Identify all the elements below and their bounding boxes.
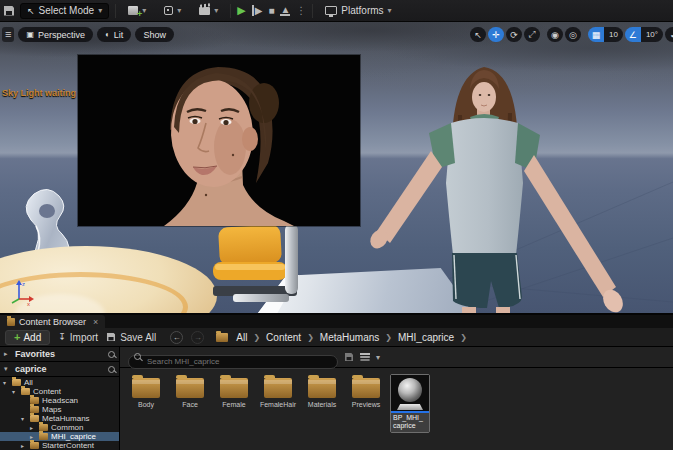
blueprint-icon (164, 6, 173, 15)
tree-arrow-icon: ▸ (30, 424, 36, 431)
tree-label: All (24, 378, 33, 387)
level-viewport[interactable]: Sky Light waiting on Shader (0, 22, 673, 313)
cinematics-dropdown[interactable]: ▾ (193, 4, 224, 17)
folder-tile-female[interactable]: Female (214, 374, 254, 409)
asset-bp-mhi-caprice[interactable]: BP_MHI_ caprice (390, 374, 430, 433)
save-icon (107, 333, 116, 342)
play-options-icon[interactable]: ⋮ (296, 5, 306, 16)
folder-tile-previews[interactable]: Previews (346, 374, 386, 409)
back-button[interactable]: ← (170, 331, 183, 344)
show-button[interactable]: Show (135, 27, 174, 42)
tree-arrow-icon: ▾ (21, 415, 27, 422)
rotation-snap-control[interactable]: ∠ 10° (625, 27, 663, 42)
breadcrumb-item[interactable]: Content (266, 332, 301, 343)
breadcrumb-item[interactable]: MetaHumans (320, 332, 379, 343)
content-browser-assets: ▾ BodyFaceFemaleFemaleHairMaterialsPrevi… (120, 347, 673, 450)
source-header[interactable]: ▾ caprice (0, 362, 119, 377)
main-toolbar: ↖ Select Mode ▾ ▾ ▾ ▾ ▶ ▶ ■ ▲ ⋮ Platform… (0, 0, 673, 22)
content-browser-tab[interactable]: Content Browser × (0, 315, 105, 328)
forward-button[interactable]: → (191, 331, 204, 344)
tree-item-headscan[interactable]: Headscan (0, 396, 119, 405)
folder-icon (39, 424, 48, 431)
tree-item-all[interactable]: ▾All (0, 378, 119, 387)
viewport-toolbar-right: ↖ ✛ ⟳ ⤢ ◉ ◎ ▦ 10 ∠ 10° ◒ (470, 27, 673, 42)
platforms-dropdown[interactable]: Platforms ▾ (319, 3, 397, 18)
tree-arrow-icon: ▾ (3, 379, 9, 386)
chevron-down-icon: ▾ (388, 6, 392, 15)
lit-button[interactable]: ◐ Lit (97, 27, 131, 42)
select-tool-icon[interactable]: ↖ (470, 27, 486, 42)
toolbar-separator (230, 4, 231, 18)
import-icon: ↧ (58, 332, 66, 342)
search-input[interactable] (128, 355, 338, 369)
scale-tool-icon[interactable]: ⤢ (524, 27, 540, 42)
save-level-icon[interactable] (4, 6, 14, 16)
import-button[interactable]: ↧ Import (58, 332, 98, 343)
skip-button[interactable]: ▶ (252, 5, 263, 16)
camera-speed-icon[interactable]: ◒ (665, 27, 673, 42)
chair[interactable] (203, 224, 315, 313)
svg-text:z: z (22, 281, 25, 287)
chevron-down-icon: ▾ (98, 6, 102, 15)
perspective-icon: ▣ (26, 30, 34, 39)
tree-item-maps[interactable]: Maps (0, 405, 119, 414)
add-button[interactable]: + Add (5, 330, 50, 345)
breadcrumb-separator-icon: ❯ (307, 333, 314, 342)
move-tool-icon[interactable]: ✛ (488, 27, 504, 42)
folder-icon (21, 388, 30, 395)
folder-icon (39, 433, 48, 440)
filter-sort-icon[interactable] (360, 353, 370, 361)
tree-item-content[interactable]: ▾Content (0, 387, 119, 396)
tree-label: StarterContent (42, 441, 94, 450)
tree-item-metahumans[interactable]: ▾MetaHumans (0, 414, 119, 423)
blueprints-dropdown[interactable]: ▾ (158, 4, 187, 17)
asset-search[interactable] (128, 350, 338, 364)
perspective-button[interactable]: ▣ Perspective (18, 27, 93, 42)
viewport-menu-icon[interactable]: ≡ (2, 27, 14, 42)
folder-icon (30, 397, 39, 404)
folder-icon (308, 378, 336, 398)
perspective-label: Perspective (38, 30, 85, 40)
folder-tile-materials[interactable]: Materials (302, 374, 342, 409)
tree-arrow-icon: ▸ (30, 433, 36, 440)
tree-item-common[interactable]: ▸Common (0, 423, 119, 432)
folder-label: Female (222, 401, 245, 409)
rotate-tool-icon[interactable]: ⟳ (506, 27, 522, 42)
metahuman-character[interactable] (350, 55, 660, 313)
breadcrumb-separator-icon: ❯ (385, 333, 392, 342)
tree-item-mhi_caprice[interactable]: ▸MHI_caprice (0, 432, 119, 441)
folder-tile-femalehair[interactable]: FemaleHair (258, 374, 298, 409)
folder-tile-face[interactable]: Face (170, 374, 210, 409)
world-coordinate-icon[interactable]: ◉ (547, 27, 563, 42)
save-all-button[interactable]: Save All (106, 332, 156, 343)
favorites-header[interactable]: ▸ Favorites (0, 347, 119, 362)
settings-chevron-icon[interactable]: ▾ (376, 353, 380, 362)
tree-item-startercontent[interactable]: ▸StarterContent (0, 441, 119, 450)
blueprint-thumbnail (391, 375, 429, 411)
rotation-snap-icon: ∠ (625, 27, 641, 42)
chevron-down-icon: ▾ (177, 6, 181, 15)
source-label: caprice (15, 364, 47, 374)
select-mode-dropdown[interactable]: ↖ Select Mode ▾ (20, 3, 109, 19)
add-actor-dropdown[interactable]: ▾ (122, 4, 152, 17)
surface-snap-icon[interactable]: ◎ (565, 27, 581, 42)
close-icon[interactable]: × (93, 317, 98, 327)
breadcrumb-item[interactable]: All (236, 332, 247, 343)
eject-button[interactable]: ▲ (280, 6, 290, 16)
search-icon[interactable] (108, 351, 115, 358)
content-browser-panel: Content Browser × + Add ↧ Import Save Al… (0, 313, 673, 450)
play-button[interactable]: ▶ (237, 4, 245, 17)
search-icon[interactable] (108, 366, 115, 373)
grid-snap-control[interactable]: ▦ 10 (588, 27, 623, 42)
folder-icon (220, 378, 248, 398)
headscan-photo[interactable] (78, 55, 360, 226)
breadcrumb-separator-icon: ❯ (253, 333, 260, 342)
breadcrumb-item[interactable]: MHI_caprice (398, 332, 454, 343)
content-browser-toolbar: + Add ↧ Import Save All ← → All❯Content❯… (0, 328, 673, 347)
cursor-icon: ↖ (27, 6, 35, 16)
save-search-icon[interactable] (345, 353, 353, 361)
folder-tile-body[interactable]: Body (126, 374, 166, 409)
stop-button[interactable]: ■ (268, 5, 274, 16)
folder-icon (216, 333, 228, 342)
toolbar-separator (115, 4, 116, 18)
